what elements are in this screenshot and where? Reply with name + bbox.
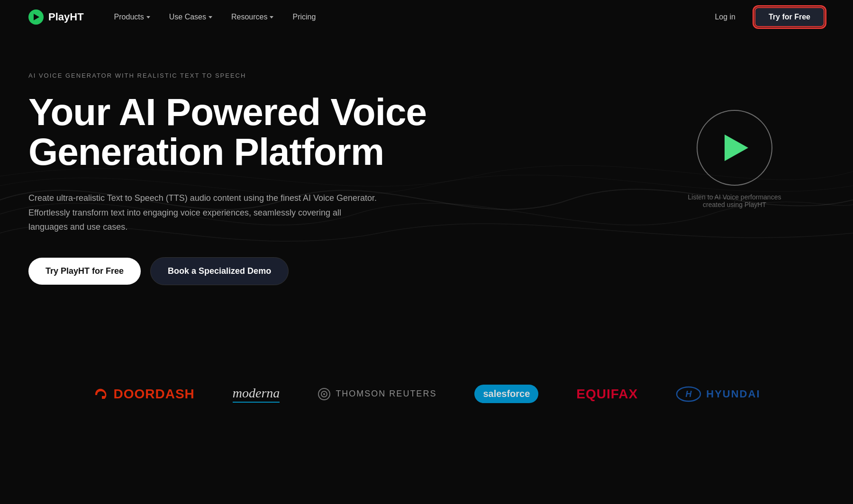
login-button[interactable]: Log in <box>707 9 743 25</box>
hero-description: Create ultra-realistic Text to Speech (T… <box>28 191 379 234</box>
book-demo-button[interactable]: Book a Specialized Demo <box>150 257 289 285</box>
thomson-reuters-icon <box>318 387 331 401</box>
play-icon <box>725 135 748 161</box>
hero-eyebrow: AI VOICE GENERATOR WITH REALISTIC TEXT T… <box>28 72 436 79</box>
hyundai-logo: H HYUNDAI <box>676 386 760 402</box>
nav-link-usecases[interactable]: Use Cases <box>162 9 220 25</box>
salesforce-logo: salesforce <box>474 385 538 403</box>
logo-text: PlayHT <box>48 11 84 23</box>
svg-point-2 <box>323 393 325 395</box>
chevron-down-icon <box>209 16 212 18</box>
equifax-text: EQUIFAX <box>576 387 638 402</box>
nav-link-products[interactable]: Products <box>107 9 158 25</box>
hero-content: AI VOICE GENERATOR WITH REALISTIC TEXT T… <box>28 72 436 285</box>
nav-links: Products Use Cases Resources Pricing <box>107 9 324 25</box>
logos-section: DOORDASH moderna THOMSON REUTERS salesfo… <box>0 366 853 432</box>
navbar: PlayHT Products Use Cases Resources Pric… <box>0 0 853 34</box>
nav-link-resources[interactable]: Resources <box>224 9 281 25</box>
nav-right: Log in Try for Free <box>707 7 825 27</box>
logo[interactable]: PlayHT <box>28 9 84 25</box>
moderna-logo: moderna <box>233 386 280 403</box>
nav-left: PlayHT Products Use Cases Resources Pric… <box>28 9 323 25</box>
hero-buttons: Try PlayHT for Free Book a Specialized D… <box>28 257 436 285</box>
chevron-down-icon <box>146 16 150 18</box>
hyundai-icon: H <box>676 386 701 402</box>
try-playht-button[interactable]: Try PlayHT for Free <box>28 258 141 285</box>
hero-title: Your AI Powered Voice Generation Platfor… <box>28 92 436 172</box>
hero-section: AI VOICE GENERATOR WITH REALISTIC TEXT T… <box>0 34 853 366</box>
nav-link-pricing[interactable]: Pricing <box>285 9 323 25</box>
svg-text:H: H <box>686 389 692 399</box>
hyundai-text: HYUNDAI <box>706 388 760 400</box>
salesforce-text: salesforce <box>483 388 530 399</box>
equifax-logo: EQUIFAX <box>576 387 638 402</box>
doordash-icon <box>92 386 109 403</box>
play-area: Listen to AI Voice performances created … <box>682 110 787 208</box>
doordash-logo: DOORDASH <box>92 386 194 403</box>
thomson-reuters-logo: THOMSON REUTERS <box>318 387 436 401</box>
salesforce-cloud: salesforce <box>474 385 538 403</box>
try-free-button[interactable]: Try for Free <box>754 7 825 27</box>
moderna-text: moderna <box>233 386 280 403</box>
logo-icon <box>28 9 44 25</box>
play-button[interactable] <box>697 110 772 186</box>
doordash-text: DOORDASH <box>113 387 194 402</box>
thomson-reuters-text: THOMSON REUTERS <box>336 389 436 399</box>
play-label: Listen to AI Voice performances created … <box>682 193 787 208</box>
chevron-down-icon <box>270 16 273 18</box>
